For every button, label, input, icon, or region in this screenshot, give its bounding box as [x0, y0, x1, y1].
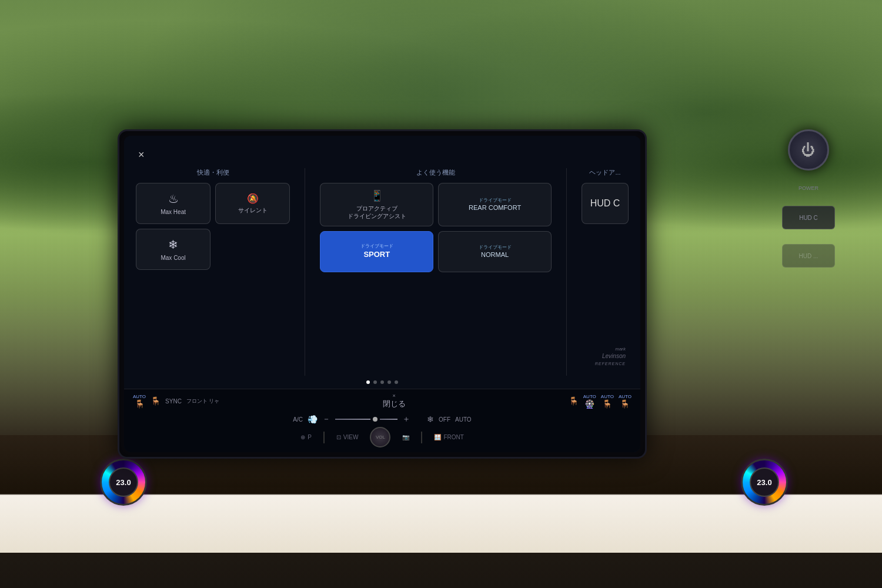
- dot-5: [395, 380, 398, 384]
- steering-heat[interactable]: AUTO 🎡: [583, 394, 596, 409]
- left-seat-group: AUTO 🪑 🪑 SYNC フロント リャ: [133, 394, 219, 409]
- sport-sub: ドライブモード: [360, 243, 393, 249]
- fan-slider: [335, 417, 397, 422]
- view-button[interactable]: ⊡ VIEW: [336, 434, 359, 440]
- heat-icon: ♨: [168, 192, 179, 206]
- front-label: FRONT: [443, 434, 463, 440]
- section-frequent-title: よく使う機能: [320, 168, 552, 177]
- bottom-bar: AUTO 🪑 🪑 SYNC フロント リャ × 閉じる: [124, 389, 640, 452]
- section-frequent: よく使う機能 📱 プロアクティブドライビングアシスト ドライブモード REAR …: [320, 168, 552, 376]
- vol-knob[interactable]: VOL: [370, 427, 390, 447]
- divider-bottom-2: [421, 432, 422, 443]
- power-button[interactable]: ⏻: [788, 129, 829, 171]
- front-button[interactable]: 🪟 FRONT: [434, 434, 463, 440]
- off-label[interactable]: OFF: [439, 416, 450, 423]
- max-heat-button[interactable]: ♨ Max Heat: [136, 183, 211, 224]
- auto-btn-label[interactable]: AUTO: [455, 416, 472, 423]
- camera-icon: 📷: [402, 434, 409, 440]
- p-label: P: [308, 434, 312, 440]
- sport-label: SPORT: [363, 250, 390, 260]
- normal-sub: ドライブモード: [479, 245, 512, 250]
- proactive-icon: 📱: [370, 189, 383, 202]
- hud-c-partial-button[interactable]: HUD C: [582, 183, 629, 224]
- section-head: ヘッドア... HUD C: [582, 168, 629, 376]
- frequent-grid: 📱 プロアクティブドライビングアシスト ドライブモード REAR COMFORT…: [320, 183, 552, 272]
- ml-mark: mark: [615, 346, 626, 352]
- ml-reference: REFERENCE: [595, 362, 626, 366]
- screen: × 快適・利便 ♨ Max Heat 🔕 サイレント: [124, 136, 640, 452]
- auto-label-seat-heat: AUTO: [619, 394, 632, 399]
- proactive-label: プロアクティブドライビングアシスト: [348, 205, 406, 220]
- seat-heat-right[interactable]: AUTO 🪑: [619, 394, 632, 409]
- ac-label[interactable]: A/C: [293, 416, 303, 423]
- normal-button[interactable]: ドライブモード NORMAL: [438, 231, 552, 272]
- screen-frame: × 快適・利便 ♨ Max Heat 🔕 サイレント: [118, 129, 647, 459]
- right-controls-panel: ⏻ POWER HUD C HUD ...: [782, 129, 835, 268]
- power-label: POWER: [799, 185, 818, 191]
- fan-line: [335, 419, 370, 420]
- auto-label-seat-cool: AUTO: [601, 394, 614, 399]
- sync-label[interactable]: SYNC: [165, 398, 182, 405]
- p-icon: ⊕: [300, 434, 305, 440]
- camera-button[interactable]: 📷: [402, 434, 409, 440]
- max-cool-label: Max Cool: [161, 254, 185, 262]
- front-rear-label[interactable]: フロント リャ: [186, 398, 220, 405]
- left-temp-dial[interactable]: 23.0: [100, 459, 147, 506]
- silent-icon: 🔕: [247, 193, 259, 204]
- seat-heat-right-icon: 🪑: [620, 399, 630, 409]
- menu-sections: 快適・利便 ♨ Max Heat 🔕 サイレント ❄ Max Cool: [124, 168, 640, 376]
- divider-2: [566, 168, 567, 376]
- silent-button[interactable]: 🔕 サイレント: [215, 183, 290, 224]
- fan-minus-button[interactable]: －: [322, 414, 330, 425]
- fan-ac-row: A/C 💨 － ＋ ❄ OFF AUTO: [133, 412, 632, 426]
- seat-heat-left-icon: 🪑: [135, 399, 145, 409]
- close-label: 閉じる: [383, 399, 406, 409]
- hud-label: HUD C: [799, 215, 818, 221]
- view-label: VIEW: [343, 434, 359, 440]
- hud-button[interactable]: HUD C: [782, 206, 835, 229]
- steering-icon: 🎡: [584, 399, 594, 409]
- recline-icon[interactable]: 🪑: [569, 396, 579, 406]
- close-action[interactable]: × 閉じる: [383, 393, 406, 409]
- cool-icon: ❄: [168, 238, 178, 252]
- page-dots: [124, 376, 640, 389]
- rear-comfort-label: REAR COMFORT: [469, 203, 521, 212]
- seat-heat-left[interactable]: AUTO 🪑: [133, 394, 146, 409]
- hud-c-partial-label: HUD C: [590, 198, 620, 209]
- fan-plus-button[interactable]: ＋: [402, 414, 410, 425]
- divider-1: [305, 168, 305, 376]
- hud2-button[interactable]: HUD ...: [782, 244, 835, 268]
- auto-label-steering: AUTO: [583, 394, 596, 399]
- seat-cool-right[interactable]: AUTO 🪑: [601, 394, 614, 409]
- vol-label: VOL: [376, 435, 385, 440]
- max-cool-button[interactable]: ❄ Max Cool: [136, 229, 211, 270]
- proactive-button[interactable]: 📱 プロアクティブドライビングアシスト: [320, 183, 433, 226]
- ml-logo: mark Levinson REFERENCE: [595, 346, 626, 367]
- front-icon: 🪟: [434, 434, 441, 440]
- right-seat-group: 🪑 AUTO 🎡 AUTO 🪑 AUTO 🪑: [569, 394, 632, 409]
- hud2-label: HUD ...: [799, 253, 818, 259]
- rear-comfort-button[interactable]: ドライブモード REAR COMFORT: [438, 183, 552, 226]
- defrost-icon[interactable]: ❄: [427, 415, 434, 424]
- p-button[interactable]: ⊕ P: [300, 434, 312, 440]
- dot-4: [387, 380, 391, 384]
- section-comfort: 快適・利便 ♨ Max Heat 🔕 サイレント ❄ Max Cool: [136, 168, 290, 376]
- right-temp-dial[interactable]: 23.0: [741, 459, 788, 506]
- section-comfort-title: 快適・利便: [136, 168, 290, 177]
- normal-label: NORMAL: [481, 250, 509, 259]
- divider-bottom: [323, 432, 325, 443]
- comfort-grid: ♨ Max Heat 🔕 サイレント ❄ Max Cool: [136, 183, 290, 270]
- seat-cool-left[interactable]: 🪑: [151, 396, 161, 406]
- fan-position-dot[interactable]: [373, 417, 377, 422]
- power-icon: ⏻: [801, 142, 816, 158]
- seat-cool-left-icon: 🪑: [151, 396, 161, 406]
- menu-header: ×: [124, 136, 640, 168]
- dot-3: [380, 380, 384, 384]
- dot-2: [373, 380, 377, 384]
- silent-label: サイレント: [238, 206, 268, 214]
- max-heat-label: Max Heat: [161, 208, 186, 216]
- close-button[interactable]: ×: [136, 146, 147, 163]
- sport-button[interactable]: ドライブモード SPORT: [320, 231, 433, 272]
- rear-comfort-sub: ドライブモード: [479, 198, 512, 203]
- airflow-icon[interactable]: 💨: [308, 415, 318, 424]
